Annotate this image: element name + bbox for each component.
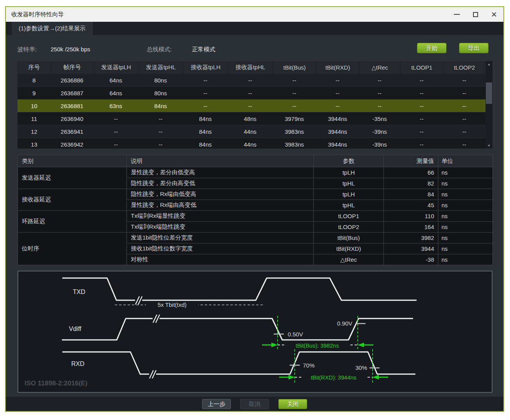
cell: -- [400,87,443,99]
param-cell: △tRec [314,254,384,265]
param-cell: tBit(Bus) [314,233,384,243]
toolbar: 波特率: 250k /250k bps 总线模式: 正常模式 开始 导出 [6,35,503,61]
table-row[interactable]: 13 2636942 -- -- 84ns 44ns 3983ns 3944ns… [18,138,492,149]
waveform-panel: 5x Tbit(txd) [18,271,492,393]
p30-label: 30% [355,364,367,371]
cell: 80ns [138,74,183,86]
footer-bar: 上一步 取消 关闭 [6,397,503,411]
scroll-down-icon[interactable]: ▼ [485,142,492,149]
table-row-selected[interactable]: 10 2636881 63ns 84ns -- -- -- -- -- -- -… [18,100,492,112]
cell: -- [273,87,316,99]
column-header: tLOOP1 [400,61,443,74]
param-cell: tBit(RXD) [314,243,384,254]
cell: 84ns [183,125,228,138]
cell: -- [183,74,228,86]
start-button[interactable]: 开始 [417,43,447,53]
column-header: 接收器tpLH [183,61,228,74]
cell: 2636941 [51,125,93,138]
column-header: 接收器tpHL [228,61,273,74]
category-cell: 发送器延迟 [18,167,127,189]
desc-cell: Tx端到Rx端显性跳变 [127,211,314,222]
maximize-button[interactable] [466,7,485,22]
desc-cell: 对称性 [127,254,314,265]
cancel-button: 取消 [240,399,269,409]
v90-label: 0.90V [337,320,352,327]
vertical-scrollbar[interactable]: ▲ ▼ [485,61,492,149]
cell: 3979ns [273,112,316,125]
cell: -- [228,74,273,86]
close-icon: ✕ [491,11,497,18]
cell: 2636887 [51,87,93,99]
results-table: 序号 帧序号 发送器tpLH 发送器tpHL 接收器tpLH 接收器tpHL t… [18,61,492,149]
desc-cell: 隐性跳变，差分由高变低 [127,178,314,189]
category-cell: 接收器延迟 [18,189,127,211]
desc-cell: Tx端到Rx端隐性跳变 [127,222,314,233]
summary-row: 接收器延迟 隐性跳变，Rx端由低变高 tpLH 84 ns [18,189,493,200]
tab-result-display[interactable]: (1)参数设置→(2)结果展示 [12,22,93,35]
cell: -- [400,125,443,138]
cell: 3944ns [316,112,359,125]
value-cell: 66 [384,167,438,178]
column-header: tBit(Bus) [273,61,316,74]
cell: -- [138,112,183,125]
cell: 63ns [93,100,138,112]
cell: 84ns [183,112,228,125]
column-header: △tRec [359,61,400,74]
cell: 64ns [93,74,138,86]
v50-label: 0.50V [288,331,303,338]
export-button[interactable]: 导出 [459,43,489,53]
cell: -- [359,100,400,112]
cell: 12 [18,125,51,138]
cell: 44ns [228,138,273,149]
cell: 2636886 [51,74,93,86]
param-cell: tpLH [314,189,384,200]
cell: 8 [18,74,51,86]
cell: -- [93,138,138,149]
category-cell: 环路延迟 [18,211,127,233]
minimize-button[interactable] [447,7,466,22]
cell: 80ns [138,87,183,99]
unit-cell: ns [438,211,493,222]
table-row[interactable]: 11 2636940 -- -- 84ns 48ns 3979ns 3944ns… [18,112,492,125]
cell: -- [316,74,359,86]
cell: -- [443,138,485,149]
unit-cell: ns [438,178,493,189]
value-cell: 45 [384,200,438,211]
window-title: 收发器时序特性向导 [11,11,64,18]
cell: -39ns [359,125,400,138]
value-cell: 84 [384,189,438,200]
value-cell: 82 [384,178,438,189]
scroll-up-icon[interactable]: ▲ [485,61,492,67]
close-dialog-button[interactable]: 关闭 [278,399,307,409]
cell: 84ns [183,138,228,149]
header-category: 类别 [18,155,127,167]
cell: -- [400,138,443,149]
cell: -- [316,100,359,112]
cell: -- [443,112,485,125]
table-row[interactable]: 8 2636886 64ns 80ns -- -- -- -- -- -- -- [18,74,492,87]
table-row[interactable]: 9 2636887 64ns 80ns -- -- -- -- -- -- -- [18,87,492,100]
cell: -- [138,138,183,149]
break-icon [135,296,142,304]
cell: -- [359,87,400,99]
close-button[interactable]: ✕ [485,7,503,22]
category-cell: 位时序 [18,233,127,265]
cell: 3983ns [273,125,316,138]
cell: -- [400,112,443,125]
cell: 2636942 [51,138,93,149]
unit-cell: ns [438,189,493,200]
table-row[interactable]: 12 2636941 -- -- 84ns 44ns 3983ns 3944ns… [18,125,492,138]
cell: 3983ns [273,138,316,149]
cell: -- [400,100,443,112]
cell: -- [273,74,316,86]
value-cell: 3982 [384,233,438,243]
value-cell: -38 [384,254,438,265]
window-controls: ✕ [447,7,503,22]
cell: -- [316,87,359,99]
cell: 9 [18,87,51,99]
cell: 13 [18,138,51,149]
column-header: 发送器tpLH [93,61,138,74]
previous-step-button[interactable]: 上一步 [202,399,231,409]
cell: -- [138,125,183,138]
scrollbar-thumb[interactable] [486,82,492,104]
